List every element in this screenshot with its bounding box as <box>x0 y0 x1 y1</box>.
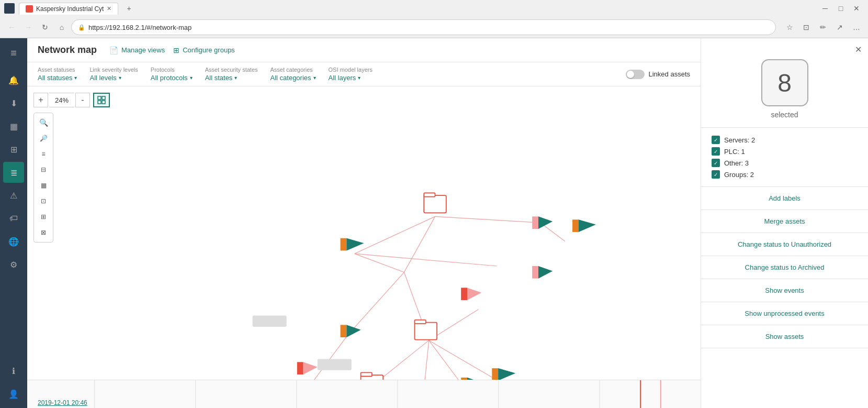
breakdown-servers: ✓ Servers: 2 <box>712 134 858 146</box>
sidebar-item-notifications[interactable]: 🔔 <box>3 70 24 91</box>
reload-button[interactable]: ↻ <box>38 20 52 35</box>
network-map-canvas[interactable] <box>27 86 701 408</box>
address-bar[interactable]: 🔒 https://192.168.2.1/#/network-map <box>71 19 776 35</box>
svg-rect-29 <box>341 238 347 251</box>
svg-rect-24 <box>414 320 425 324</box>
selected-label: selected <box>771 111 798 119</box>
node-gray-1[interactable] <box>253 316 287 327</box>
node-device-teal-only[interactable] <box>492 368 515 381</box>
sidebar-item-network-map[interactable]: ≣ <box>3 162 24 183</box>
svg-line-6 <box>355 253 497 266</box>
asset-statuses-dropdown[interactable]: All statuses ▾ <box>38 74 77 82</box>
node-folder-top[interactable] <box>424 193 446 213</box>
collapse-button[interactable]: ⊠ <box>36 225 51 240</box>
svg-rect-33 <box>532 266 538 279</box>
show-unprocessed-events-action[interactable]: Show unprocessed events <box>701 302 868 325</box>
timeline-date[interactable]: 2019-12-01 20:46 <box>38 399 87 406</box>
sidebar-item-alerts[interactable]: ⚠ <box>3 185 24 206</box>
asset-categories-dropdown[interactable]: All categories ▾ <box>270 74 316 82</box>
svg-rect-1 <box>102 96 105 100</box>
sidebar-item-settings[interactable]: ⚙ <box>3 254 24 275</box>
close-window-button[interactable]: ✕ <box>849 1 864 16</box>
sidebar-item-profile[interactable]: 👤 <box>3 383 24 404</box>
link-severity-dropdown[interactable]: All levels ▾ <box>89 74 138 82</box>
svg-line-8 <box>435 216 540 223</box>
forward-button[interactable]: → <box>21 20 36 35</box>
svg-marker-48 <box>498 368 515 381</box>
share-button[interactable]: ↗ <box>832 20 847 35</box>
groups-checkbox[interactable]: ✓ <box>712 170 720 179</box>
osi-model-dropdown[interactable]: All layers ▾ <box>329 74 373 82</box>
filter-osi-model: OSI model layers All layers ▾ <box>329 67 373 82</box>
new-tab-button[interactable]: + <box>122 3 135 14</box>
grid-button[interactable]: ▦ <box>36 178 51 193</box>
zoom-fit-button[interactable] <box>93 93 110 107</box>
sidebar-item-topology[interactable]: 🌐 <box>3 231 24 252</box>
sidebar-item-menu[interactable]: ≡ <box>3 42 24 63</box>
svg-marker-36 <box>346 325 360 337</box>
timeline-track[interactable] <box>27 380 701 408</box>
sidebar-item-assets[interactable]: ⊞ <box>3 139 24 160</box>
asset-categories-label: Asset categories <box>270 67 316 73</box>
home-button[interactable]: ⌂ <box>54 20 69 35</box>
linked-assets-toggle[interactable] <box>626 70 645 79</box>
node-device-middle-right[interactable] <box>532 266 553 279</box>
sidebar-item-info[interactable]: ℹ <box>3 360 24 381</box>
map-container[interactable]: + 24% - 🔍 🔎 ≡ ⊟ ▦ ⊡ <box>27 86 701 408</box>
add-labels-action[interactable]: Add labels <box>701 187 868 210</box>
back-button[interactable]: ← <box>4 20 19 35</box>
more-button[interactable]: … <box>849 20 864 35</box>
sidebar-item-tags[interactable]: 🏷 <box>3 208 24 229</box>
sidebar-item-download[interactable]: ⬇ <box>3 93 24 114</box>
node-device-red-1[interactable] <box>461 288 481 300</box>
crop-button[interactable]: ⊞ <box>36 209 51 224</box>
selected-count: 8 <box>777 69 792 97</box>
configure-groups-button[interactable]: ⊞ Configure groups <box>173 46 235 54</box>
svg-marker-28 <box>579 219 596 232</box>
select-tool-button[interactable]: ⊡ <box>36 194 51 208</box>
node-device-top-right[interactable] <box>572 219 596 232</box>
show-assets-action[interactable]: Show assets <box>701 325 868 348</box>
node-gray-2[interactable] <box>318 359 352 370</box>
configure-groups-icon: ⊞ <box>173 46 179 54</box>
tab-close-button[interactable]: ✕ <box>107 5 111 12</box>
protocols-dropdown[interactable]: All protocols ▾ <box>151 74 193 82</box>
minimize-button[interactable]: ─ <box>818 1 832 16</box>
node-device-red-2[interactable] <box>297 362 318 374</box>
maximize-button[interactable]: □ <box>833 1 848 16</box>
panel-close-button[interactable]: ✕ <box>855 45 862 54</box>
asset-categories-value: All categories <box>270 74 311 82</box>
browser-tab[interactable]: Kaspersky Industrial Cyt ✕ <box>19 3 118 15</box>
zoom-search-button[interactable]: 🔎 <box>36 131 51 146</box>
node-device-upper-left[interactable] <box>341 238 364 251</box>
other-checkbox[interactable]: ✓ <box>712 159 720 167</box>
sidebar-item-dashboard[interactable]: ▦ <box>3 116 24 137</box>
reader-button[interactable]: ⊡ <box>799 20 814 35</box>
page-header: Network map 📄 Manage views ⊞ Configure g… <box>27 38 701 62</box>
search-tool-button[interactable]: 🔍 <box>36 115 51 130</box>
layers-button[interactable]: ≡ <box>36 147 51 161</box>
change-status-archived-action[interactable]: Change status to Archived <box>701 256 868 279</box>
manage-views-button[interactable]: 📄 Manage views <box>109 46 165 54</box>
node-device-upper-right[interactable] <box>532 216 553 229</box>
node-folder-middle[interactable] <box>414 320 437 340</box>
security-icon: 🔒 <box>78 24 85 31</box>
servers-label: Servers: 2 <box>724 136 755 144</box>
main-content: Network map 📄 Manage views ⊞ Configure g… <box>27 38 701 408</box>
breakdown-other: ✓ Other: 3 <box>712 157 858 169</box>
zoom-in-button[interactable]: + <box>33 93 48 107</box>
filter-tool-button[interactable]: ⊟ <box>36 162 51 177</box>
servers-checkbox[interactable]: ✓ <box>712 136 720 144</box>
change-status-unauthorized-action[interactable]: Change status to Unauthorized <box>701 233 868 256</box>
plc-checkbox[interactable]: ✓ <box>712 147 720 156</box>
node-device-left-mid[interactable] <box>341 325 361 337</box>
groups-label: Groups: 2 <box>724 171 754 179</box>
merge-assets-action[interactable]: Merge assets <box>701 210 868 233</box>
bookmark-button[interactable]: ☆ <box>782 20 797 35</box>
zoom-out-button[interactable]: - <box>75 93 90 107</box>
asset-security-dropdown[interactable]: All states ▾ <box>205 74 258 82</box>
show-events-action[interactable]: Show events <box>701 279 868 302</box>
link-severity-arrow: ▾ <box>119 75 121 81</box>
svg-rect-47 <box>492 368 498 381</box>
pen-button[interactable]: ✏ <box>816 20 830 35</box>
